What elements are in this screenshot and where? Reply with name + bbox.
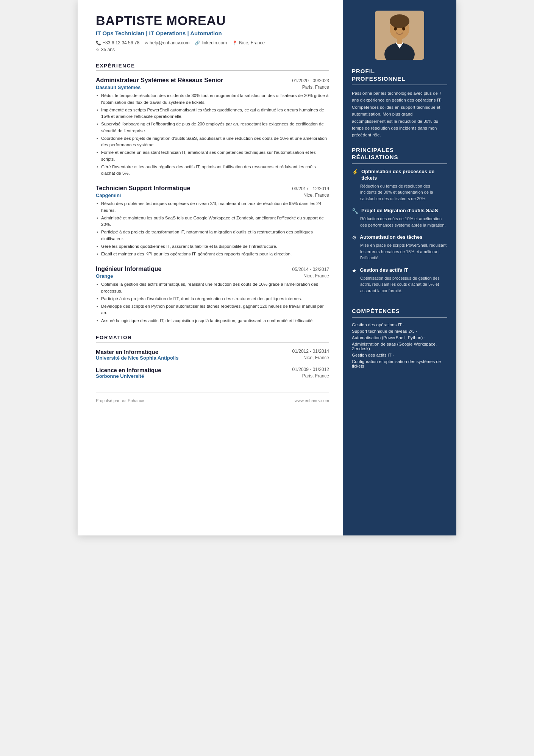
exp-dates-1: 01/2020 - 09/2023	[292, 78, 329, 83]
right-column: PROFIL PROFESSIONNEL Passionné par les t…	[343, 0, 456, 535]
edu-dates-2: 01/2009 - 01/2012	[292, 367, 329, 373]
exp-company-2: Capgemini	[96, 193, 121, 198]
svg-point-7	[402, 27, 405, 31]
formation-section-title: FORMATION	[96, 335, 329, 343]
edu-sub-1: Université de Nice Sophia Antipolis Nice…	[96, 355, 329, 361]
edu-location-1: Nice, France	[303, 355, 329, 361]
exp-header-3: Ingénieur Informatique 05/2014 - 02/2017	[96, 266, 329, 272]
experience-section: EXPÉRIENCE Administrateur Systèmes et Ré…	[96, 63, 329, 324]
exp-title-3: Ingénieur Informatique	[96, 266, 161, 272]
achievement-item: ★ Gestion des actifs IT Optimisation des…	[352, 267, 447, 294]
exp-header-1: Administrateur Systèmes et Réseaux Senio…	[96, 77, 329, 84]
skill-text-1: Gestion des opérations IT ·	[352, 322, 404, 327]
footer-bar: Propulsé par ∞ Enhancv www.enhancv.com	[96, 393, 329, 404]
skill-text-5: Gestion des actifs IT ·	[352, 353, 394, 357]
left-column: BAPTISTE MOREAU IT Ops Technician | IT O…	[78, 0, 343, 535]
list-item: Assuré la logistique des actifs IT, de l…	[96, 318, 329, 324]
exp-sub-3: Orange Nice, France	[96, 273, 329, 279]
list-item: Participé à des projets d'évolution de l…	[96, 296, 329, 302]
skill-text-6: Configuration et optimisation des systèm…	[352, 359, 447, 368]
achievement-desc-4: Optimisation des processus de gestion de…	[352, 275, 447, 294]
location-contact: 📍 Nice, France	[232, 40, 265, 45]
achievement-icon-4: ★	[352, 268, 357, 274]
achievement-header-4: ★ Gestion des actifs IT	[352, 267, 447, 274]
title: IT Ops Technician | IT Operations | Auto…	[96, 30, 329, 36]
list-item: Administré et maintenu les outils SaaS t…	[96, 215, 329, 228]
experience-item: Administrateur Systèmes et Réseaux Senio…	[96, 77, 329, 177]
age-row: ☆ 35 ans	[96, 47, 329, 52]
edu-header-2: Licence en Informatique 01/2009 - 01/201…	[96, 367, 329, 373]
footer-right: www.enhancv.com	[295, 398, 329, 403]
exp-dates-2: 03/2017 - 12/2019	[292, 186, 329, 191]
skill-item: Automatisation (PowerShell, Python) ·	[352, 335, 447, 340]
link-icon: 🔗	[195, 41, 200, 45]
footer-url: www.enhancv.com	[295, 398, 329, 403]
experience-item: Technicien Support Informatique 03/2017 …	[96, 185, 329, 257]
education-item: Master en Informatique 01/2012 - 01/2014…	[96, 349, 329, 361]
achievement-header-3: ⚙ Automatisation des tâches	[352, 234, 447, 241]
age-icon: ☆	[96, 47, 100, 52]
skill-text-3: Automatisation (PowerShell, Python) ·	[352, 335, 425, 340]
profil-section-title: PROFIL PROFESSIONNEL	[352, 67, 447, 85]
enhancv-logo-icon: ∞	[122, 398, 125, 404]
exp-sub-1: Dassault Systèmes Paris, France	[96, 85, 329, 90]
edu-school-1: Université de Nice Sophia Antipolis	[96, 355, 178, 361]
exp-title-1: Administrateur Systèmes et Réseaux Senio…	[96, 77, 223, 84]
achievement-header-2: 🔧 Projet de Migration d'outils SaaS	[352, 208, 447, 214]
achievement-desc-2: Réduction des coûts de 10% et améliorati…	[352, 216, 447, 228]
linkedin-text: linkedin.com	[201, 40, 227, 45]
edu-location-2: Paris, France	[302, 373, 329, 379]
list-item: Formé et encadré un assistant technician…	[96, 149, 329, 163]
achievement-item: ⚡ Optimisation des processus de tickets …	[352, 169, 447, 202]
achievement-desc-1: Réduction du temps de résolution des inc…	[352, 183, 447, 202]
exp-dates-3: 05/2014 - 02/2017	[292, 267, 329, 272]
name: BAPTISTE MOREAU	[96, 14, 329, 28]
profil-section: PROFIL PROFESSIONNEL Passionné par les t…	[343, 67, 456, 146]
footer-powered-text: Propulsé par	[96, 398, 119, 403]
skill-text-2: Support technique de niveau 2/3 ·	[352, 329, 417, 333]
skill-item: Administration de saas (Google Workspace…	[352, 342, 447, 351]
realisations-section: PRINCIPALES RÉALISATIONS ⚡ Optimisation …	[343, 146, 456, 307]
list-item: Réduit le temps de résolution des incide…	[96, 92, 329, 106]
list-item: Géré l'inventaire et les audits régulier…	[96, 164, 329, 177]
exp-location-3: Nice, France	[303, 273, 329, 279]
competences-section: COMPÉTENCES Gestion des opérations IT · …	[343, 307, 456, 378]
list-item: Développé des scripts en Python pour aut…	[96, 303, 329, 316]
achievement-header-1: ⚡ Optimisation des processus de tickets	[352, 169, 447, 182]
footer-left: Propulsé par ∞ Enhancv	[96, 398, 144, 404]
exp-location-2: Nice, France	[303, 193, 329, 198]
achievement-icon-3: ⚙	[352, 235, 357, 241]
edu-school-2: Sorbonne Université	[96, 373, 144, 379]
location-text: Nice, France	[239, 40, 265, 45]
age-text: 35 ans	[101, 47, 115, 52]
achievement-title-4: Gestion des actifs IT	[360, 267, 408, 274]
edu-title-2: Licence en Informatique	[96, 367, 161, 373]
achievement-item: 🔧 Projet de Migration d'outils SaaS Rédu…	[352, 208, 447, 228]
list-item: Établi et maintenu des KPI pour les opér…	[96, 251, 329, 257]
exp-bullets-1: Réduit le temps de résolution des incide…	[96, 92, 329, 177]
svg-point-2	[390, 14, 409, 28]
realisations-section-title: PRINCIPALES RÉALISATIONS	[352, 146, 447, 164]
phone-text: +33 6 12 34 56 78	[103, 40, 139, 45]
list-item: Optimisé la gestion des actifs informati…	[96, 281, 329, 294]
list-item: Implémenté des scripts PowerShell automa…	[96, 107, 329, 120]
footer-brand: Enhancv	[128, 398, 144, 403]
resume-page: BAPTISTE MOREAU IT Ops Technician | IT O…	[78, 0, 456, 535]
edu-title-1: Master en Informatique	[96, 349, 158, 355]
svg-point-6	[394, 27, 397, 31]
svg-rect-5	[397, 39, 402, 44]
skill-text-4: Administration de saas (Google Workspace…	[352, 342, 447, 351]
profil-text: Passionné par les technologies avec plus…	[352, 90, 447, 139]
formation-section: FORMATION Master en Informatique 01/2012…	[96, 335, 329, 379]
avatar	[375, 11, 424, 60]
exp-title-2: Technicien Support Informatique	[96, 185, 190, 192]
achievement-title-3: Automatisation des tâches	[360, 234, 422, 241]
exp-header-2: Technicien Support Informatique 03/2017 …	[96, 185, 329, 192]
exp-sub-2: Capgemini Nice, France	[96, 193, 329, 198]
experience-section-title: EXPÉRIENCE	[96, 63, 329, 71]
linkedin-contact: 🔗 linkedin.com	[195, 40, 227, 45]
achievement-icon-1: ⚡	[352, 169, 358, 175]
achievement-title-1: Optimisation des processus de tickets	[361, 169, 447, 182]
email-text: help@enhancv.com	[150, 40, 189, 45]
skill-item: Support technique de niveau 2/3 ·	[352, 329, 447, 333]
